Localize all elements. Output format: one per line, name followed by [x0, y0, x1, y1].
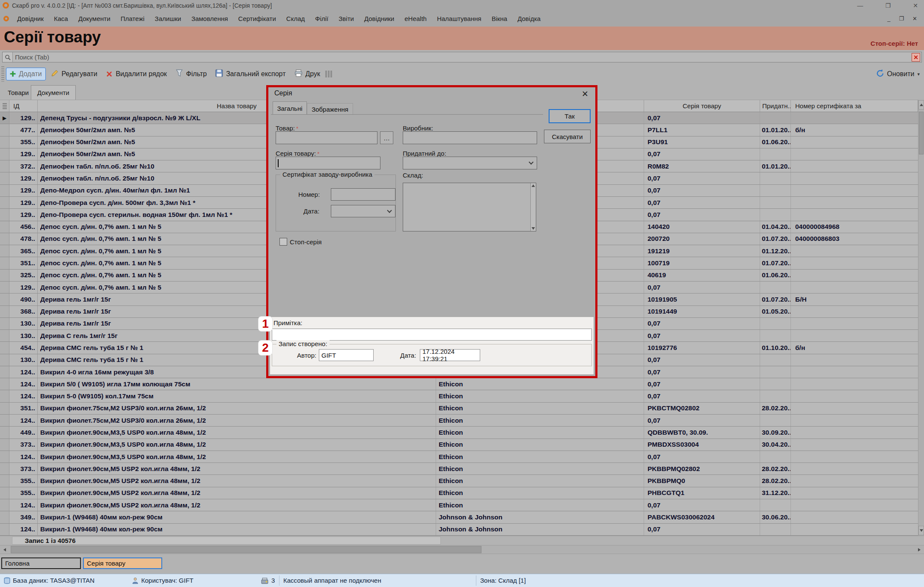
restore-button[interactable]: ❐ [885, 2, 891, 9]
print-button[interactable]: Друк [291, 67, 324, 81]
pencil-icon [51, 69, 59, 79]
menu-item[interactable]: Звіти [333, 15, 359, 22]
product-browse-button[interactable]: … [380, 131, 393, 144]
scroll-right-arrow[interactable] [915, 545, 924, 554]
export-button[interactable]: Загальний експорт [212, 67, 289, 81]
cert-date-combobox[interactable] [331, 205, 395, 217]
note-input[interactable] [272, 329, 592, 341]
menu-item[interactable]: Довідники [359, 15, 399, 22]
row-selector [0, 451, 9, 462]
horizontal-scroll-thumb[interactable] [11, 546, 481, 553]
tab-tovary[interactable]: Товари [2, 87, 35, 98]
vertical-scroll-thumb[interactable] [919, 112, 924, 154]
horizontal-scrollbar[interactable] [0, 545, 924, 554]
scroll-up-arrow[interactable] [918, 100, 924, 110]
edit-button[interactable]: Редагувати [48, 67, 101, 81]
menu-item[interactable]: Платежі [116, 15, 150, 22]
filter-button[interactable]: Фільтр [172, 67, 210, 81]
refresh-button[interactable]: Оновити [887, 70, 915, 78]
menu-item[interactable]: Філії [310, 15, 333, 22]
product-input[interactable] [276, 131, 377, 144]
columns-icon[interactable] [325, 71, 332, 77]
tab-dokumenty[interactable]: Документи [31, 85, 76, 100]
column-header-certificate[interactable]: Номер сертифіката за [791, 100, 918, 112]
menu-item[interactable]: Налаштування [432, 15, 487, 22]
table-row[interactable]: 349..Викрил-1 (W9468) 40мм кол-реж 90смJ… [0, 511, 918, 523]
created-date-input[interactable]: 17.12.2024 17:39:21 [420, 349, 480, 361]
table-row[interactable]: 124..Викрил-1 (W9468) 40мм кол-реж 90смJ… [0, 524, 918, 536]
window-tab-series[interactable]: Серія товару [83, 557, 162, 569]
table-row[interactable]: 449..Викрил фиолет.90см,М3,5 USP0 кол.иг… [0, 427, 918, 439]
menu-item[interactable]: Залишки [150, 15, 187, 22]
series-input[interactable] [276, 157, 380, 169]
chevron-down-icon [387, 208, 392, 213]
valid-until-combobox[interactable] [403, 157, 537, 169]
scroll-down-arrow[interactable] [918, 526, 924, 535]
table-row[interactable]: 351..Викрил фиолет.75см,М2 USP3/0 кол.иг… [0, 403, 918, 415]
add-button[interactable]: + Додати [6, 68, 46, 80]
delete-row-button[interactable]: ✕ Видалити рядок [102, 67, 170, 81]
table-row[interactable]: 124..Викрил фиолет.75см,М2 USP3/0 кол.иг… [0, 415, 918, 427]
mdi-close-button[interactable]: ✕ [912, 15, 917, 22]
vertical-scrollbar[interactable] [918, 100, 924, 536]
row-selector [0, 282, 9, 293]
scroll-up-arrow[interactable] [532, 184, 535, 187]
textarea-scrollbar[interactable] [530, 183, 536, 231]
funnel-icon [175, 69, 183, 79]
author-input[interactable]: GIFT [319, 349, 374, 361]
manufacturer-input[interactable] [403, 131, 537, 144]
menu-item[interactable]: Вікна [487, 15, 513, 22]
user-icon [132, 577, 139, 585]
table-row[interactable]: 124..Викрил фиолет.90см,М3,5 USP0 кол.иг… [0, 451, 918, 463]
menu-item[interactable]: Сертифікати [233, 15, 281, 22]
table-row[interactable]: 373..Викрил фиолет.90см,М5 USP2 кол.игла… [0, 463, 918, 475]
row-selector [0, 354, 9, 366]
window-tab-home[interactable]: Головна [1, 557, 81, 569]
close-button[interactable]: ✕ [913, 2, 918, 9]
created-date-label: Дата: [400, 352, 416, 359]
menu-item[interactable]: Довідник [12, 15, 49, 22]
required-asterisk: * [296, 125, 298, 132]
ok-button[interactable]: Так [549, 109, 591, 123]
row-selector [0, 233, 9, 245]
scroll-down-arrow[interactable] [532, 227, 535, 230]
row-selector [0, 148, 9, 160]
menu-item[interactable]: Каса [49, 15, 73, 22]
cert-number-input[interactable] [331, 188, 395, 201]
table-row[interactable]: 124..Викрил 5/0 ( W9105) игла 17мм колющ… [0, 378, 918, 390]
search-clear-button[interactable]: ✕ [912, 53, 920, 62]
menu-item[interactable]: Документи [73, 15, 116, 22]
menu-item[interactable]: eHealth [399, 15, 432, 22]
menu-item[interactable]: Довідка [512, 15, 546, 22]
page-title: Серії товару [4, 28, 101, 46]
toolbar-grip-handle[interactable] [1, 66, 4, 82]
search-input[interactable] [13, 53, 912, 61]
table-row[interactable]: 355..Викрил фиолет.90см,М5 USP2 кол.игла… [0, 487, 918, 499]
table-row[interactable]: 124..Викрил фиолет.90см,М5 USP2 кол.игла… [0, 499, 918, 511]
column-header-series[interactable]: Серія товару [644, 100, 760, 112]
chevron-down-icon[interactable]: ▾ [917, 71, 920, 77]
row-selector [0, 342, 9, 353]
mdi-restore-button[interactable]: ❐ [899, 15, 904, 22]
dialog-close-icon[interactable]: ✕ [582, 89, 588, 99]
mdi-minimize-button[interactable]: _ [887, 15, 890, 22]
menu-item[interactable]: Склад [281, 15, 310, 22]
table-row[interactable]: 124..Викрил 5-0 (W9105) кол.17мм 75смEth… [0, 390, 918, 402]
app-logo-icon [3, 2, 9, 9]
stock-textarea[interactable] [403, 183, 536, 231]
stop-series-checkbox[interactable] [279, 238, 287, 246]
table-row[interactable]: 373..Викрил фиолет.90см,М3,5 USP0 кол.иг… [0, 439, 918, 451]
scroll-left-arrow[interactable] [0, 545, 9, 554]
dialog-tab-image[interactable]: Зображення [307, 103, 353, 115]
cancel-button[interactable]: Скасувати [544, 130, 591, 143]
table-row[interactable]: 355..Викрил фиолет.90см,М5 USP2 кол.игла… [0, 475, 918, 487]
search-field[interactable]: ✕ [2, 52, 922, 62]
dialog-tab-general[interactable]: Загальні [273, 101, 307, 115]
database-icon [3, 577, 11, 586]
column-header-id[interactable]: ІД [9, 100, 38, 112]
series-dialog: Серія ✕ Загальні Зображення Так Скасуват… [266, 85, 597, 378]
column-header-valid[interactable]: Придатн... [760, 100, 791, 112]
cash-count: 3 [271, 577, 275, 584]
minimize-button[interactable]: — [857, 2, 863, 9]
menu-item[interactable]: Замовлення [186, 15, 233, 22]
